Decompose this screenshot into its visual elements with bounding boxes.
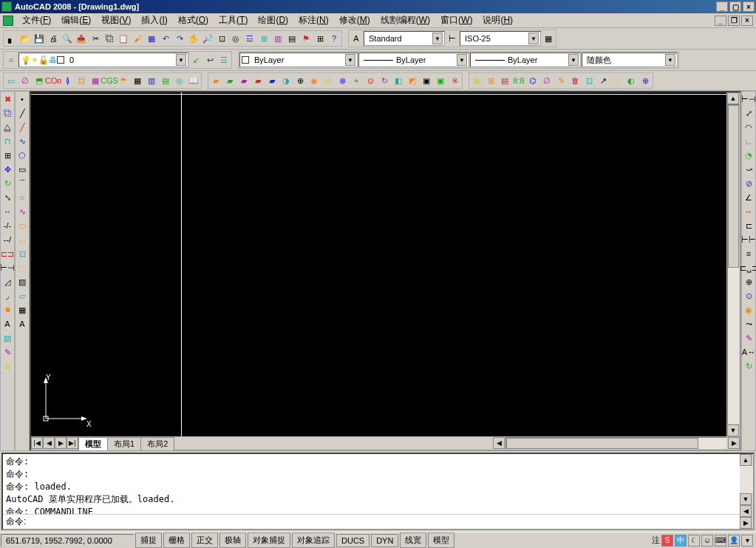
polyline-button[interactable]: ∿ [16,135,29,148]
hscroll-thumb[interactable] [506,438,698,449]
layer-make-current-button[interactable]: ↙ [189,53,202,67]
calc-button[interactable]: ⊞ [313,32,327,45]
centermark-button[interactable]: ⊙ [742,289,755,302]
dim-jogged-button[interactable]: ⤻ [742,163,755,176]
extend-button[interactable]: --/ [1,233,14,246]
menu-window[interactable]: 窗口(W) [436,13,477,28]
ime-keyboard-icon[interactable]: ⌨ [715,535,726,547]
zoom-window-button[interactable]: ⊡ [215,32,228,45]
tool-btn[interactable]: ▦ [131,74,144,87]
hatch-button[interactable]: ▨ [16,275,29,288]
line-button[interactable]: ╱ [16,106,29,120]
dim-aligned-button[interactable]: ⤢ [742,106,755,120]
menu-insert[interactable]: 插入(I) [137,13,171,28]
join-button[interactable]: ⊢⊣ [1,261,14,274]
tool-btn[interactable]: ☂ [117,74,130,87]
vscroll-thumb[interactable] [728,105,739,268]
tool-btn[interactable]: ▰ [237,74,251,87]
spline-button[interactable]: ∿ [16,205,29,218]
dimedit-button[interactable]: ✎ [742,331,755,345]
scale-button[interactable]: ⤡ [1,191,14,204]
layer-dropdown[interactable]: 💡 ☀ 🔓 🖶 0 ▼ [18,53,188,67]
tool-btn[interactable]: ◐ [624,74,638,87]
hatch-edit-button[interactable]: ▨ [1,331,14,345]
dim-angular-button[interactable]: ∠ [742,191,755,204]
tool-btn[interactable]: ✎ [554,74,568,87]
tab-layout2[interactable]: 布局2 [140,437,174,450]
tool-btn[interactable]: ⊕ [293,74,307,87]
tool-btn[interactable]: ▰ [265,74,279,87]
tool-btn[interactable]: ▭ [4,74,18,87]
designcenter-button[interactable]: ⊞ [257,32,270,45]
array-button[interactable]: ⊞ [1,149,14,162]
tool-btn[interactable]: CGS [103,74,116,87]
close-button[interactable]: × [743,1,755,12]
preview-button[interactable]: 🔍 [61,32,74,45]
tool-btn[interactable]: ⊡ [582,74,596,87]
textstyle-dropdown[interactable]: Standard ▼ [364,31,445,46]
menu-file[interactable]: 文件(F) [18,13,55,28]
ellipse-button[interactable]: ⬭ [16,219,29,232]
mdi-close-button[interactable]: × [741,16,753,26]
tab-first-button[interactable]: |◀ [31,437,43,449]
tray-menu-icon[interactable]: ▾ [741,535,753,547]
dimupdate-button[interactable]: ↻ [742,359,755,373]
ime-zh-icon[interactable]: 中 [675,535,687,547]
tool-btn[interactable]: ⊗ [336,74,349,87]
lineweight-dropdown[interactable]: ByLayer ▼ [470,53,581,67]
blockeditor-button[interactable]: ▦ [145,32,158,45]
tool-btn[interactable]: ▤ [498,74,511,87]
layer-previous-button[interactable]: ↩ [203,53,217,67]
tool-btn[interactable]: 📖 [187,74,200,87]
layer-manager-button[interactable]: ≡ [4,53,18,67]
tool-btn[interactable]: ◑ [279,74,293,87]
tool-btn[interactable]: 🗑 [568,74,582,87]
cut-button[interactable]: ✂ [89,32,102,45]
region-button[interactable]: ▱ [16,289,29,302]
maximize-button[interactable]: ▢ [729,1,741,12]
polygon-button[interactable]: ⬠ [16,149,29,162]
dim-diameter-button[interactable]: ⊘ [742,177,755,190]
paste-button[interactable]: 📋 [117,32,130,45]
tool-btn[interactable]: ☼ [610,74,624,87]
pedit-button[interactable]: ✎ [1,345,14,359]
cmd-scroll-left-button[interactable]: ◀ [740,505,752,517]
tool-btn[interactable]: ▣ [434,74,447,87]
tool-btn[interactable]: ▰ [209,74,222,87]
tool-btn[interactable]: ◎ [321,74,335,87]
polar-toggle[interactable]: 极轴 [219,532,246,548]
dim-space-button[interactable]: ≡ [742,247,755,260]
linetype-dropdown[interactable]: ByLayer ▼ [358,53,469,67]
explode-button[interactable]: ✸ [1,303,14,317]
scroll-down-button[interactable]: ▼ [727,424,739,436]
save-button[interactable]: 💾 [33,32,46,45]
mtext-button[interactable]: A [16,317,29,331]
status-coordinates[interactable]: 651.6719, 1952.7992, 0.0000 [1,534,134,547]
tool-btn[interactable]: ⊕ [638,74,652,87]
tool-btn[interactable]: ⊙ [364,74,377,87]
table-button[interactable]: ▦ [16,303,29,317]
tool-btn[interactable]: ◧ [392,74,405,87]
drawing-canvas[interactable]: Y X [31,92,726,436]
textstyle-icon[interactable]: A [350,32,363,45]
dim-baseline-button[interactable]: ⊏ [742,219,755,232]
tolerance-button[interactable]: ⊕ [742,275,755,288]
tool-btn[interactable]: ⬒ [33,74,46,87]
snap-toggle[interactable]: 捕捉 [135,532,162,548]
mdi-restore-button[interactable]: ❐ [728,16,740,26]
help-button[interactable]: ? [327,32,341,45]
tool-btn[interactable]: ▰ [223,74,236,87]
ortho-toggle[interactable]: 正交 [191,532,218,548]
tool-btn[interactable]: ※ [448,74,461,87]
mdi-minimize-button[interactable]: _ [715,16,726,26]
new-button[interactable]: ▖ [4,32,18,45]
publish-button[interactable]: 📤 [75,32,88,45]
pan-button[interactable]: ✋ [187,32,200,45]
dim-continue-button[interactable]: ⊢⊢ [742,233,755,246]
menu-draw[interactable]: 绘图(D) [253,13,293,28]
dimtedit-button[interactable]: A↔ [742,345,755,359]
tab-prev-button[interactable]: ◀ [43,437,55,449]
cmd-scroll-up-button[interactable]: ▲ [740,454,752,466]
tool-btn[interactable]: ▤ [159,74,172,87]
layer-states-button[interactable]: ☰ [217,53,231,67]
